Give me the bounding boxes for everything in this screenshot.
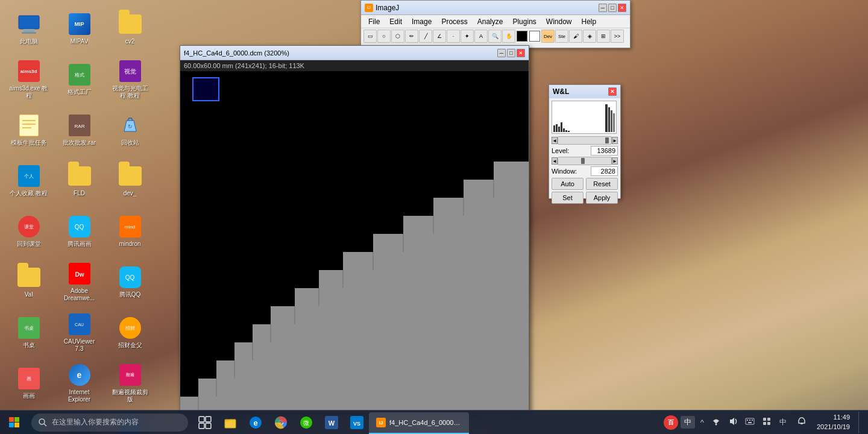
desktop-icon-personal[interactable]: 个人 个人收藏 教程 bbox=[6, 158, 51, 203]
taskbar-word-btn[interactable]: W bbox=[319, 410, 344, 435]
taskbar-clock[interactable]: 11:49 2021/10/19 bbox=[812, 413, 855, 432]
wl-titlebar[interactable]: W&L ✕ bbox=[549, 85, 620, 98]
desktop-icon-draw[interactable]: 画 画画 bbox=[6, 360, 51, 406]
taskbar-task-view-btn[interactable] bbox=[193, 410, 217, 435]
toolbar-angle-btn[interactable]: ∠ bbox=[433, 30, 446, 43]
input-method-btn[interactable]: 中 bbox=[681, 416, 695, 429]
desktop-icon-finance[interactable]: 招财 招财金父 bbox=[107, 310, 153, 355]
menu-plugins[interactable]: Plugins bbox=[508, 16, 541, 27]
wl-window-input[interactable] bbox=[591, 166, 618, 176]
wl-reset-btn[interactable]: Reset bbox=[586, 178, 618, 190]
desktop-icon-template[interactable]: 模板牛批任务 bbox=[6, 107, 51, 153]
toolbar-filter-btn[interactable]: ⊞ bbox=[597, 30, 610, 43]
wl-level-slider[interactable] bbox=[558, 136, 612, 145]
toolbar-eraser-btn[interactable]: ◈ bbox=[583, 30, 596, 43]
wl-apply-btn[interactable]: Apply bbox=[586, 192, 618, 204]
desktop-icon-batch[interactable]: RAR 批次批发.rar bbox=[57, 107, 102, 153]
systray-lang-icon[interactable]: 中 bbox=[777, 417, 791, 428]
taskbar-wechat-btn[interactable]: 微 bbox=[294, 410, 318, 435]
systray-network-icon[interactable] bbox=[709, 417, 723, 428]
desktop-icon-val[interactable]: Val bbox=[6, 259, 51, 304]
taskbar-vscode-btn[interactable]: VS bbox=[345, 410, 369, 435]
desktop-icon-book[interactable]: 书桌 书桌 bbox=[6, 310, 51, 355]
desktop-icon-aims3d[interactable]: aims3d aims3d.exe 教程 bbox=[6, 57, 51, 102]
desktop-icon-vision[interactable]: 视觉 视觉与光电工程 教程 bbox=[107, 57, 153, 102]
dicom-maximize-btn[interactable]: □ bbox=[507, 49, 515, 57]
desktop-icon-qq[interactable]: QQ 腾讯画画 bbox=[57, 209, 102, 254]
imagej-window-controls[interactable]: ─ □ ✕ bbox=[599, 4, 626, 12]
desktop-icon-recycle[interactable]: ↻ 回收站 bbox=[107, 107, 153, 153]
toolbar-rect-btn[interactable]: ▭ bbox=[363, 30, 377, 43]
imagej-minimize-btn[interactable]: ─ bbox=[599, 4, 607, 12]
baidu-input-icon[interactable]: 百 bbox=[664, 415, 678, 430]
desktop-icon-computer[interactable]: 此电脑 bbox=[6, 6, 51, 51]
imagej-maximize-btn[interactable]: □ bbox=[608, 4, 617, 12]
desktop-icon-video-editor[interactable]: 翻遍 翻遍视频裁剪版 bbox=[107, 360, 153, 406]
desktop-icon-dev[interactable]: dev_ bbox=[107, 158, 153, 203]
toolbar-brush-btn[interactable]: 🖌 bbox=[569, 30, 582, 43]
desktop-icon-qq2[interactable]: QQ 腾讯QQ bbox=[107, 259, 153, 304]
toolbar-dev-btn[interactable]: Dev bbox=[541, 30, 555, 43]
desktop-icon-fld[interactable]: FLD bbox=[57, 158, 102, 203]
toolbar-background-color[interactable] bbox=[529, 31, 540, 42]
desktop-icon-ie[interactable]: e Internet Explorer bbox=[57, 360, 102, 406]
taskbar-search-bar[interactable]: 在这里输入你要搜索的内容 bbox=[31, 414, 188, 432]
menu-file[interactable]: File bbox=[363, 16, 385, 27]
dicom-titlebar[interactable]: f4_HC_Ca4d_6_0000.dcm (3200%) ─ □ ✕ bbox=[180, 46, 529, 60]
toolbar-line-btn[interactable]: ╱ bbox=[419, 30, 432, 43]
imagej-titlebar[interactable]: IJ ImageJ ─ □ ✕ bbox=[361, 1, 630, 15]
taskbar-edge-btn[interactable]: e bbox=[244, 410, 268, 435]
desktop-icon-cv2[interactable]: cv2 bbox=[107, 6, 153, 51]
menu-analyze[interactable]: Analyze bbox=[473, 16, 508, 27]
systray-keyboard-icon[interactable] bbox=[743, 417, 756, 428]
toolbar-hand-btn[interactable]: ✋ bbox=[502, 30, 515, 43]
wl-set-btn[interactable]: Set bbox=[552, 192, 583, 204]
menu-image[interactable]: Image bbox=[407, 16, 436, 27]
svg-text:微: 微 bbox=[303, 420, 309, 426]
wl-close-btn[interactable]: ✕ bbox=[608, 87, 617, 96]
toolbar-point-btn[interactable]: · bbox=[447, 30, 460, 43]
start-button[interactable] bbox=[0, 410, 29, 435]
toolbar-poly-btn[interactable]: ⬡ bbox=[391, 30, 404, 43]
toolbar-wand-btn[interactable]: ✦ bbox=[461, 30, 474, 43]
dicom-close-btn[interactable]: ✕ bbox=[517, 49, 525, 57]
toolbar-more-btn[interactable]: >> bbox=[611, 30, 624, 43]
wl-auto-btn[interactable]: Auto bbox=[552, 178, 583, 190]
toolbar-zoom-btn[interactable]: 🔍 bbox=[488, 30, 502, 43]
toolbar-freehand-btn[interactable]: ✏ bbox=[405, 30, 418, 43]
systray-sound-btn[interactable] bbox=[726, 417, 740, 428]
svg-rect-2 bbox=[22, 32, 36, 34]
imagej-close-btn[interactable]: ✕ bbox=[618, 4, 626, 12]
toolbar-oval-btn[interactable]: ○ bbox=[377, 30, 391, 43]
desktop-icon-mipav[interactable]: MIP MIPAV bbox=[57, 6, 102, 51]
taskbar-chrome-btn[interactable] bbox=[269, 410, 293, 435]
wl-window-left-btn[interactable]: ◄ bbox=[552, 157, 558, 165]
wl-level-left-btn[interactable]: ◄ bbox=[552, 137, 558, 144]
systray-notification-icon[interactable] bbox=[795, 417, 808, 428]
desktop-icon-cauviewer[interactable]: CAU CAUViewer 7.3 bbox=[57, 310, 102, 355]
wl-level-right-btn[interactable]: ► bbox=[612, 137, 618, 144]
desktop-icon-format[interactable]: 格式 格式工厂 bbox=[57, 57, 102, 102]
toolbar-text-btn[interactable]: A bbox=[474, 30, 488, 43]
desktop-icon-adobe[interactable]: Dw Adobe Dreamwe... bbox=[57, 259, 102, 304]
desktop-icon-classroom[interactable]: 课堂 回到课堂 bbox=[6, 209, 51, 254]
dicom-image-canvas[interactable] bbox=[180, 71, 529, 412]
taskbar-dicom-window-item[interactable]: IJ f4_HC_Ca4d_6_0000.dcm bbox=[369, 412, 469, 434]
dicom-minimize-btn[interactable]: ─ bbox=[497, 49, 506, 57]
menu-window[interactable]: Window bbox=[541, 16, 577, 27]
toolbar-ste-btn[interactable]: Ste bbox=[555, 30, 568, 43]
show-desktop-btn[interactable] bbox=[858, 412, 862, 433]
toolbar-foreground-color[interactable] bbox=[517, 31, 527, 42]
dicom-window-controls[interactable]: ─ □ ✕ bbox=[497, 49, 525, 57]
wl-level-input[interactable] bbox=[591, 146, 618, 156]
menu-edit[interactable]: Edit bbox=[385, 16, 407, 27]
systray-dots-icon[interactable] bbox=[760, 417, 773, 428]
wl-window-slider[interactable] bbox=[558, 157, 612, 165]
svg-rect-41 bbox=[558, 127, 560, 132]
systray-chevron-btn[interactable]: ^ bbox=[699, 418, 706, 427]
desktop-icon-mindron[interactable]: mind mindron bbox=[107, 209, 153, 254]
menu-help[interactable]: Help bbox=[577, 16, 602, 27]
taskbar-file-explorer-btn[interactable] bbox=[218, 410, 242, 435]
wl-window-right-btn[interactable]: ► bbox=[612, 157, 618, 165]
menu-process[interactable]: Process bbox=[436, 16, 472, 27]
